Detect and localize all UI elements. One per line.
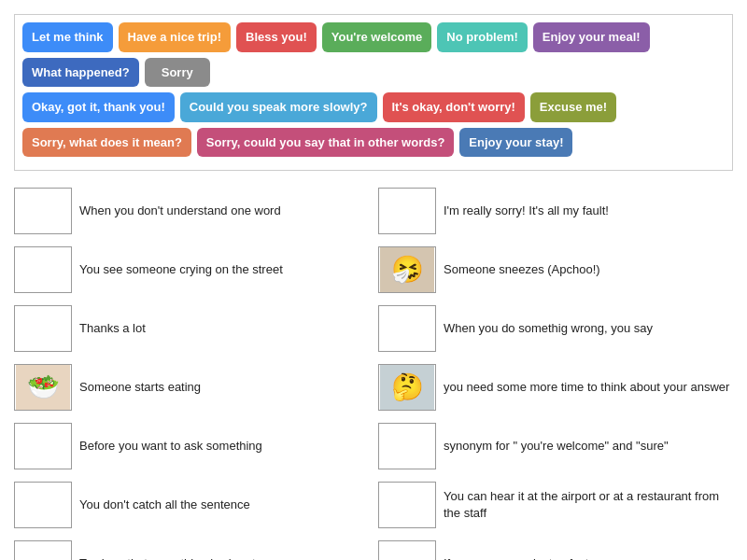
answer-box[interactable]	[14, 482, 72, 528]
phrase-button[interactable]: Sorry, what does it mean?	[22, 128, 191, 158]
phrase-button[interactable]: Bless you!	[236, 22, 317, 52]
match-row: I'm really sorry! It's all my fault!	[378, 185, 733, 236]
woman-image: 🤧	[380, 247, 434, 292]
left-column: When you don't understand one wordYou se…	[14, 185, 369, 560]
answer-box[interactable]	[14, 188, 72, 234]
match-row: synonym for " you're welcome" and "sure"	[378, 420, 733, 471]
phrase-button[interactable]: Enjoy your stay!	[459, 128, 572, 158]
phrase-button[interactable]: Enjoy your meal!	[533, 22, 650, 52]
match-description: To show that everything is clear to you	[79, 555, 285, 560]
main-container: Let me thinkHave a nice trip!Bless you!Y…	[0, 0, 747, 560]
answer-box[interactable]	[378, 305, 436, 352]
match-row: When you don't understand one word	[14, 185, 369, 236]
answer-box[interactable]	[378, 188, 436, 234]
phrase-button[interactable]: Sorry	[145, 58, 210, 88]
match-row: Before you want to ask something	[14, 420, 369, 471]
answer-box[interactable]	[378, 540, 436, 560]
button-row-2: Okay, got it, thank you!Could you speak …	[22, 92, 725, 157]
match-description: When you do somethig wrong, you say	[444, 320, 653, 337]
eating-image: 🥗	[16, 365, 70, 410]
phrase-button[interactable]: Could you speak more slowly?	[180, 92, 377, 122]
answer-box[interactable]	[14, 540, 72, 560]
phrase-button[interactable]: Let me think	[22, 22, 113, 52]
phrase-button[interactable]: It's okay, don't worry!	[383, 92, 525, 122]
match-row: You don't catch all the sentence	[14, 479, 369, 530]
phrase-button[interactable]: Sorry, could you say that in other words…	[197, 128, 454, 158]
match-description: you need some more time to think about y…	[444, 379, 729, 396]
match-description: synonym for " you're welcome" and "sure"	[444, 438, 669, 455]
match-description: When you don't understand one word	[79, 203, 281, 219]
match-row: When you do somethig wrong, you say	[378, 302, 733, 354]
answer-box[interactable]: 🤧	[378, 246, 436, 293]
answer-box[interactable]: 🤔	[378, 364, 436, 411]
answer-box[interactable]	[14, 246, 72, 293]
match-description: You see someone crying on the street	[79, 261, 283, 278]
match-row: 🤧Someone sneezes (Apchoo!)	[378, 244, 733, 295]
match-description: Before you want to ask something	[79, 438, 262, 455]
phrase-button[interactable]: Excuse me!	[530, 92, 616, 122]
phrase-button[interactable]: What happened?	[22, 58, 139, 88]
phrase-button[interactable]: You're welcome	[322, 22, 432, 52]
match-description: Someone sneezes (Apchoo!)	[444, 261, 600, 278]
phrase-button[interactable]: No problem!	[437, 22, 528, 52]
match-description: If someone speaks too fast	[444, 555, 588, 560]
answer-box[interactable]	[14, 305, 72, 352]
match-row: If someone speaks too fast	[378, 538, 733, 560]
match-description: You can hear it at the airport or at a r…	[444, 488, 733, 522]
answer-box[interactable]	[14, 423, 72, 469]
man-image: 🤔	[380, 365, 434, 410]
phrase-button[interactable]: Have a nice trip!	[119, 22, 231, 52]
match-description: Someone starts eating	[79, 379, 201, 396]
phrase-button[interactable]: Okay, got it, thank you!	[22, 92, 175, 122]
match-row: 🥗Someone starts eating	[14, 361, 369, 413]
match-row: 🤔you need some more time to think about …	[378, 361, 733, 413]
matching-area: When you don't understand one wordYou se…	[14, 185, 733, 560]
answer-box[interactable]: 🥗	[14, 364, 72, 411]
match-row: You see someone crying on the street	[14, 244, 369, 295]
match-row: Thanks a lot	[14, 302, 369, 354]
match-row: To show that everything is clear to you	[14, 538, 369, 560]
match-description: You don't catch all the sentence	[79, 497, 250, 513]
answer-box[interactable]	[378, 482, 436, 528]
answer-box[interactable]	[378, 423, 436, 469]
match-description: Thanks a lot	[79, 320, 146, 337]
button-row-1: Let me thinkHave a nice trip!Bless you!Y…	[22, 22, 725, 87]
match-description: I'm really sorry! It's all my fault!	[444, 203, 609, 219]
buttons-container: Let me thinkHave a nice trip!Bless you!Y…	[14, 14, 733, 171]
right-column: I'm really sorry! It's all my fault!🤧Som…	[378, 185, 733, 560]
match-row: You can hear it at the airport or at a r…	[378, 479, 733, 530]
